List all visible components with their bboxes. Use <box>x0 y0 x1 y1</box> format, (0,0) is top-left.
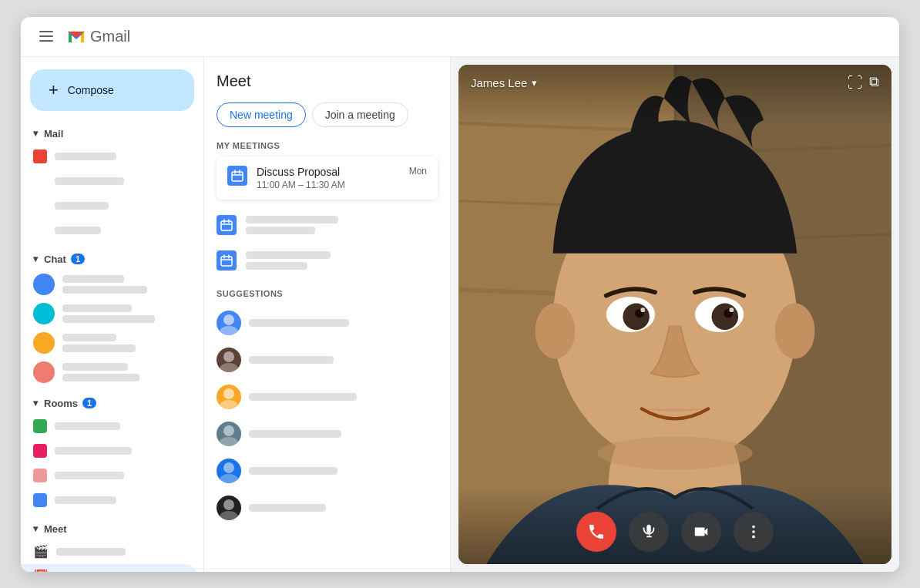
svg-point-5 <box>220 326 238 335</box>
svg-point-6 <box>223 351 234 362</box>
inbox-icon <box>33 150 47 163</box>
svg-point-40 <box>752 535 755 538</box>
suggestion-name-5 <box>249 467 337 475</box>
suggestion-3[interactable] <box>217 378 438 415</box>
meet-my-meetings-item[interactable]: 📅 <box>21 564 197 572</box>
chat-item-3[interactable] <box>21 328 203 358</box>
meeting-time-1: 11:00 AM – 11:30 AM <box>257 180 400 190</box>
meet-chevron-icon: ▾ <box>33 523 38 534</box>
rooms-section-header[interactable]: ▾ Rooms 1 <box>21 393 203 414</box>
svg-point-4 <box>223 314 234 325</box>
suggestion-1[interactable] <box>217 304 438 341</box>
svg-point-7 <box>220 363 238 372</box>
expand-icon[interactable]: ⛶ <box>848 74 863 92</box>
room-item-3[interactable] <box>21 463 203 488</box>
svg-rect-3 <box>221 257 232 266</box>
new-meeting-button[interactable]: New meeting <box>217 102 306 127</box>
svg-point-15 <box>220 511 238 520</box>
chat-name-4 <box>62 363 128 371</box>
mail-skeleton-3 <box>55 227 101 234</box>
suggestions-label: SUGGESTIONS <box>217 289 438 298</box>
svg-point-39 <box>752 530 755 533</box>
rooms-section-label: Rooms <box>44 398 78 409</box>
compose-button[interactable]: + Compose <box>30 69 194 111</box>
suggestion-name-1 <box>249 319 349 327</box>
svg-point-10 <box>223 425 234 436</box>
suggestion-5[interactable] <box>217 452 438 489</box>
menu-button[interactable] <box>35 26 58 46</box>
camera-button[interactable] <box>681 512 721 552</box>
suggestion-avatar-5 <box>217 459 241 483</box>
mail-item-2[interactable] <box>21 193 203 218</box>
popout-icon[interactable]: ⧉ <box>869 74 879 92</box>
svg-point-12 <box>223 462 234 473</box>
suggestion-name-3 <box>249 393 357 401</box>
chat-msg-4 <box>62 374 139 381</box>
suggestion-4[interactable] <box>217 415 438 452</box>
mail-chevron-icon: ▾ <box>33 128 38 139</box>
chat-item-1[interactable] <box>21 270 203 299</box>
svg-point-11 <box>220 437 238 446</box>
chat-avatar-4 <box>33 361 55 383</box>
chat-msg-3 <box>62 344 136 352</box>
suggestion-avatar-6 <box>217 496 241 520</box>
svg-point-8 <box>223 388 234 399</box>
room-item-1[interactable] <box>21 414 203 438</box>
meet-item-1 <box>56 548 126 556</box>
svg-rect-2 <box>221 221 232 230</box>
suggestion-name-4 <box>249 430 341 438</box>
svg-point-28 <box>775 303 815 358</box>
mail-item-1[interactable] <box>21 169 203 193</box>
room-name-4 <box>55 496 116 504</box>
chat-msg-2 <box>62 315 155 323</box>
svg-point-13 <box>220 474 238 483</box>
room-item-2[interactable] <box>21 438 203 463</box>
svg-point-36 <box>730 307 734 312</box>
suggestion-avatar-1 <box>217 311 241 335</box>
end-call-button[interactable] <box>576 512 616 552</box>
meeting-cal-icon <box>227 166 247 186</box>
meeting-day-1: Mon <box>409 166 427 176</box>
mail-section-header[interactable]: ▾ Mail <box>21 123 203 144</box>
mail-skeleton-2 <box>55 202 109 210</box>
compose-label: Compose <box>68 84 114 96</box>
chat-msg-1 <box>62 286 147 294</box>
svg-rect-1 <box>232 172 243 181</box>
room-icon-3 <box>33 469 47 482</box>
meet-section-header[interactable]: ▾ Meet <box>21 519 203 539</box>
participant-chevron-icon: ▾ <box>532 77 537 89</box>
meet-calendar-icon: 📅 <box>33 569 49 572</box>
suggestion-6[interactable] <box>217 489 438 526</box>
mute-button[interactable] <box>629 512 669 552</box>
skeleton-meeting-3 <box>217 244 438 277</box>
chat-chevron-icon: ▾ <box>33 254 38 264</box>
svg-point-14 <box>223 499 234 510</box>
chat-section-header[interactable]: ▾ Chat 1 <box>21 249 203 270</box>
suggestion-2[interactable] <box>217 341 438 378</box>
skeleton-cal-icon-3 <box>217 250 237 270</box>
video-top-icons: ⛶ ⧉ <box>848 74 879 92</box>
meet-new-item[interactable]: 🎬 <box>21 539 203 564</box>
chat-avatar-2 <box>33 303 55 324</box>
svg-point-31 <box>623 303 650 330</box>
mail-item-3[interactable] <box>21 218 203 243</box>
svg-point-35 <box>640 307 645 312</box>
skeleton-time-2 <box>246 227 315 234</box>
meet-section-label: Meet <box>44 523 67 535</box>
rooms-badge: 1 <box>82 398 96 408</box>
inbox-item[interactable] <box>21 144 203 169</box>
svg-point-32 <box>712 303 739 330</box>
room-name-2 <box>55 447 132 455</box>
svg-point-37 <box>597 436 753 469</box>
participant-name[interactable]: James Lee ▾ <box>471 76 537 89</box>
skeleton-meeting-2 <box>217 209 438 241</box>
skeleton-title-2 <box>246 216 338 223</box>
more-options-button[interactable] <box>734 512 774 552</box>
svg-point-9 <box>220 400 238 409</box>
chat-item-2[interactable] <box>21 299 203 328</box>
meeting-card-1[interactable]: Discuss Proposal 11:00 AM – 11:30 AM Mon <box>217 156 438 200</box>
chat-item-4[interactable] <box>21 358 203 387</box>
suggestion-avatar-3 <box>217 385 241 409</box>
room-item-4[interactable] <box>21 488 203 512</box>
join-meeting-button[interactable]: Join a meeting <box>312 102 408 127</box>
